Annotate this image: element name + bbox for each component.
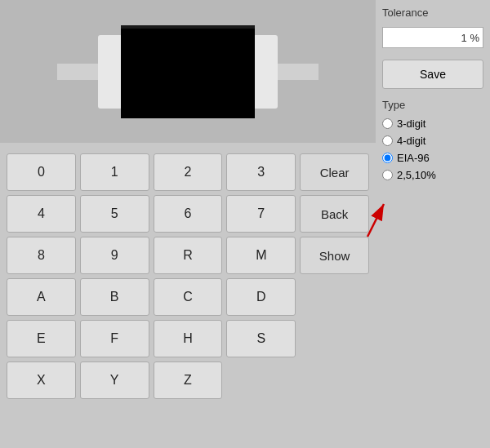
key-d[interactable]: D	[226, 278, 296, 316]
key-z[interactable]: Z	[154, 362, 223, 399]
key-a[interactable]: A	[7, 278, 76, 316]
radio-4digit-label: 4-digit	[397, 135, 425, 147]
svg-rect-0	[57, 64, 102, 80]
svg-rect-3	[253, 35, 278, 109]
type-radio-group: 3-digit 4-digit EIA-96 2,5,10%	[382, 118, 483, 181]
radio-4digit[interactable]: 4-digit	[382, 135, 483, 147]
key-c[interactable]: C	[154, 278, 223, 316]
radio-eia96[interactable]: EIA-96	[382, 152, 483, 164]
key-clear[interactable]: Clear	[300, 153, 369, 191]
key-7[interactable]: 7	[226, 195, 296, 233]
key-y[interactable]: Y	[80, 362, 149, 399]
svg-rect-1	[274, 64, 318, 80]
svg-rect-4	[121, 25, 255, 118]
radio-3digit[interactable]: 3-digit	[382, 118, 483, 130]
key-e[interactable]: E	[7, 320, 76, 357]
component-display	[0, 0, 376, 143]
key-x[interactable]: X	[7, 362, 76, 399]
svg-rect-5	[121, 25, 255, 29]
key-2[interactable]: 2	[154, 153, 223, 191]
key-h[interactable]: H	[154, 320, 223, 357]
radio-eia96-label: EIA-96	[397, 152, 430, 164]
key-m[interactable]: M	[226, 237, 296, 274]
tolerance-label: Tolerance	[382, 7, 483, 19]
type-label: Type	[382, 99, 483, 111]
radio-2510[interactable]: 2,5,10%	[382, 169, 483, 181]
key-show[interactable]: Show	[300, 237, 369, 274]
right-panel: Tolerance Save Type 3-digit 4-digit EIA-…	[376, 0, 490, 448]
key-1[interactable]: 1	[80, 153, 149, 191]
key-9[interactable]: 9	[80, 237, 149, 274]
svg-rect-2	[98, 35, 122, 109]
keypad: 0 1 2 3 Clear 4 5 6 7 Back 8 9 R M Show …	[0, 147, 376, 406]
radio-2510-label: 2,5,10%	[397, 169, 436, 181]
key-3[interactable]: 3	[226, 153, 296, 191]
key-6[interactable]: 6	[154, 195, 223, 233]
key-back[interactable]: Back	[300, 195, 369, 233]
key-f[interactable]: F	[80, 320, 149, 357]
save-button[interactable]: Save	[382, 60, 483, 89]
tolerance-input[interactable]	[382, 27, 483, 48]
key-5[interactable]: 5	[80, 195, 149, 233]
key-8[interactable]: 8	[7, 237, 76, 274]
key-4[interactable]: 4	[7, 195, 76, 233]
key-0[interactable]: 0	[7, 153, 76, 191]
key-s[interactable]: S	[226, 320, 296, 357]
key-b[interactable]: B	[80, 278, 149, 316]
key-r[interactable]: R	[154, 237, 223, 274]
radio-3digit-label: 3-digit	[397, 118, 425, 130]
resistor-image	[57, 19, 318, 125]
